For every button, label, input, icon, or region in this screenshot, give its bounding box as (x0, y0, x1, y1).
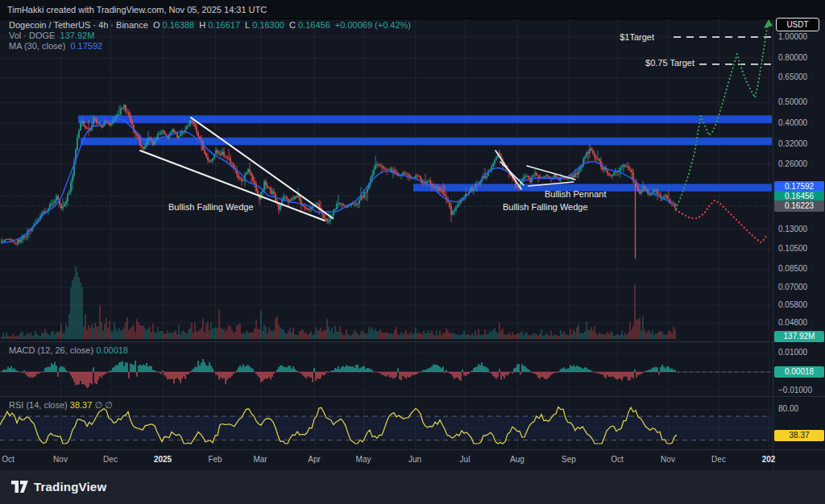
resistance-bands-layer (78, 115, 772, 191)
ma-legend-row[interactable]: MA (30, close) 0.17592 (9, 42, 413, 50)
volume-label: Vol · DOGE (9, 31, 55, 40)
volume-legend-row[interactable]: Vol · DOGE 137.92M (9, 31, 413, 39)
price-tick-label: 0.65000 (778, 72, 807, 81)
price-tick-label: 0.08500 (778, 264, 807, 273)
macd-tick-label: 0.01000 (778, 348, 807, 357)
ma30-line (2, 118, 675, 242)
candles-layer (1, 104, 675, 259)
price-tick-label: 0.10500 (778, 244, 807, 253)
annotation-label[interactable]: Bullish Falling Wedge (168, 202, 254, 212)
volume-badge: 137.92M (774, 331, 824, 342)
time-tick-label: May (356, 455, 371, 464)
time-tick-label: Mar (253, 455, 267, 464)
price-tick-label: 0.80000 (778, 53, 807, 62)
rsi-label: RSI (14, close) (9, 400, 68, 410)
up-arrowhead (764, 19, 773, 28)
ohlc-high-label: H (199, 20, 205, 30)
ohlc-low-label: L (245, 20, 250, 30)
time-tick-label: Nov (53, 455, 68, 464)
chart-canvas[interactable] (0, 0, 825, 504)
time-tick-label: Jul (460, 455, 471, 464)
price-tick-label: 0.04800 (778, 318, 807, 327)
ohlc-close-value: 0.16456 (298, 20, 330, 30)
annotation-label[interactable]: Bullish Falling Wedge (503, 202, 588, 212)
annotation-label[interactable]: $0.75 Target (645, 58, 694, 68)
projection-layer (676, 19, 773, 242)
tradingview-logo-text: TradingView (34, 480, 106, 494)
rsi-legend-row[interactable]: RSI (14, close) 38.37 ∅ ∅ (9, 400, 113, 411)
price-tick-label: 0.05800 (778, 300, 807, 309)
currency-toggle-button[interactable]: USDT (776, 18, 819, 31)
time-tick-label: 2025 (154, 455, 172, 464)
price-tick-label: 0.26000 (778, 159, 807, 168)
price-tick-label: 1.00000 (778, 32, 807, 41)
time-tick-label: Oct (611, 455, 624, 464)
macd-legend-row[interactable]: MACD (12, 26, close) 0.00018 (9, 345, 128, 355)
time-tick-label: Dec (711, 455, 726, 464)
ma-label: MA (30, close) (9, 41, 65, 51)
ohlc-open-label: O (153, 20, 160, 30)
rsi-tick-label: 80.00 (778, 404, 798, 413)
price-tick-label: 0.32000 (778, 139, 807, 148)
chart-legend: Dogecoin / TetherUS · 4h · Binance O0.16… (9, 21, 413, 52)
price-tick-label: 0.07000 (778, 283, 807, 291)
time-tick-label: Nov (661, 455, 675, 464)
price-tick-label: 0.13000 (778, 225, 807, 233)
ohlc-low-value: 0.16300 (252, 20, 284, 30)
tradingview-logo[interactable]: TradingView (11, 480, 106, 494)
macd-value: 0.00018 (96, 345, 128, 355)
ma-layer (2, 118, 675, 242)
volume-layer (1, 266, 675, 340)
attribution-bar: TimHakki created with TradingView.com, N… (0, 0, 825, 19)
time-tick-label: Aug (510, 455, 524, 464)
symbol-legend-row[interactable]: Dogecoin / TetherUS · 4h · Binance O0.16… (9, 21, 413, 29)
time-tick-label: Apr (308, 455, 321, 464)
time-tick-label: Oct (2, 455, 15, 464)
ohlc-high-value: 0.16617 (208, 20, 240, 30)
price-tick-label: 0.40000 (778, 118, 807, 127)
prev-close-badge: 0.16223 (774, 200, 824, 212)
grid-layer (0, 19, 772, 449)
symbol-title: Dogecoin / TetherUS · 4h · Binance (9, 20, 148, 30)
volume-value: 137.92M (60, 31, 95, 40)
time-tick-label: Feb (208, 455, 222, 464)
macd-layer (0, 359, 772, 388)
rsi-badge: 38.37 (774, 430, 824, 441)
rsi-band-layer (0, 416, 772, 440)
macd-badge: 0.00018 (774, 366, 824, 378)
change-value: +0.00069 (+0.42%) (335, 20, 411, 30)
time-tick-label: Dec (103, 455, 118, 464)
ohlc-open-value: 0.16388 (162, 20, 194, 30)
macd-tick-label: −0.01000 (778, 386, 812, 395)
snapshot-footer: TradingView (0, 470, 825, 504)
rsi-extra-values: ∅ ∅ (94, 400, 112, 410)
time-tick-label: 202 (762, 455, 776, 464)
ma-value: 0.17592 (70, 41, 102, 51)
annotation-label[interactable]: $1Target (620, 32, 654, 42)
tradingview-logo-icon (11, 481, 28, 493)
price-level-lines (0, 196, 772, 206)
attribution-text: TimHakki created with TradingView.com, N… (7, 5, 267, 14)
price-tick-label: 0.50000 (778, 97, 807, 106)
ohlc-close-label: C (289, 20, 296, 30)
time-tick-label: Jun (408, 455, 421, 464)
time-tick-label: Sep (562, 455, 576, 464)
rsi-value: 38.37 (70, 400, 93, 410)
separators (0, 19, 825, 469)
macd-label: MACD (12, 26, close) (9, 345, 93, 355)
annotation-label[interactable]: Bullish Pennant (545, 189, 606, 199)
